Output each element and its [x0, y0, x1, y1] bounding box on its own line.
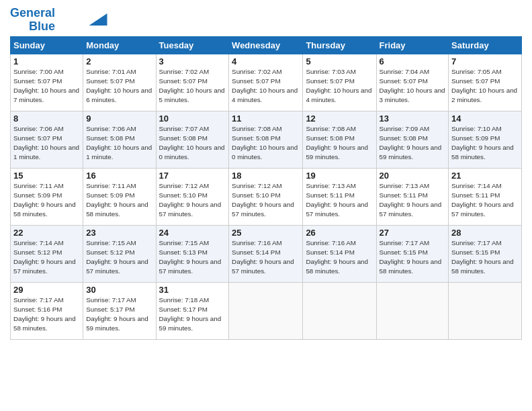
- header-saturday: Saturday: [449, 36, 522, 54]
- day-number: 23: [86, 228, 152, 238]
- calendar-table: SundayMondayTuesdayWednesdayThursdayFrid…: [10, 36, 522, 340]
- day-info: Sunrise: 7:13 AM Sunset: 5:11 PM Dayligh…: [306, 181, 373, 220]
- day-info: Sunrise: 7:11 AM Sunset: 5:09 PM Dayligh…: [13, 181, 80, 220]
- day-cell: 13 Sunrise: 7:09 AM Sunset: 5:08 PM Dayl…: [376, 111, 449, 168]
- header-sunday: Sunday: [11, 36, 83, 54]
- day-info: Sunrise: 7:17 AM Sunset: 5:15 PM Dayligh…: [451, 238, 519, 277]
- day-cell: 25 Sunrise: 7:16 AM Sunset: 5:14 PM Dayl…: [229, 225, 303, 282]
- day-number: 8: [13, 113, 80, 124]
- day-cell: 2 Sunrise: 7:01 AM Sunset: 5:07 PM Dayli…: [83, 54, 156, 111]
- logo-icon: [89, 13, 107, 26]
- day-number: 22: [13, 228, 80, 238]
- day-number: 11: [232, 113, 300, 124]
- day-info: Sunrise: 7:08 AM Sunset: 5:08 PM Dayligh…: [232, 124, 300, 163]
- day-number: 3: [159, 56, 226, 66]
- day-cell: [376, 282, 449, 339]
- day-cell: 16 Sunrise: 7:11 AM Sunset: 5:09 PM Dayl…: [83, 168, 156, 225]
- header-tuesday: Tuesday: [156, 36, 229, 54]
- day-number: 14: [451, 113, 519, 124]
- day-cell: [303, 282, 376, 339]
- day-cell: 14 Sunrise: 7:10 AM Sunset: 5:09 PM Dayl…: [449, 111, 522, 168]
- day-info: Sunrise: 7:02 AM Sunset: 5:07 PM Dayligh…: [232, 67, 300, 105]
- day-cell: 17 Sunrise: 7:12 AM Sunset: 5:10 PM Dayl…: [156, 168, 229, 225]
- svg-marker-0: [89, 13, 107, 26]
- day-number: 15: [13, 171, 80, 181]
- header-friday: Friday: [376, 36, 449, 54]
- day-cell: 12 Sunrise: 7:08 AM Sunset: 5:08 PM Dayl…: [303, 111, 376, 168]
- day-info: Sunrise: 7:17 AM Sunset: 5:17 PM Dayligh…: [86, 295, 152, 334]
- day-info: Sunrise: 7:18 AM Sunset: 5:17 PM Dayligh…: [159, 295, 226, 334]
- day-number: 7: [451, 56, 519, 66]
- day-cell: [229, 282, 303, 339]
- week-row-3: 15 Sunrise: 7:11 AM Sunset: 5:09 PM Dayl…: [11, 168, 522, 225]
- day-number: 28: [451, 228, 519, 238]
- day-cell: 27 Sunrise: 7:17 AM Sunset: 5:15 PM Dayl…: [376, 225, 449, 282]
- day-info: Sunrise: 7:13 AM Sunset: 5:11 PM Dayligh…: [380, 181, 446, 220]
- day-cell: 8 Sunrise: 7:06 AM Sunset: 5:07 PM Dayli…: [11, 111, 83, 168]
- page-header: General Blue: [10, 7, 522, 34]
- day-number: 19: [306, 171, 373, 181]
- day-number: 1: [13, 56, 80, 66]
- day-number: 24: [159, 228, 226, 238]
- day-info: Sunrise: 7:08 AM Sunset: 5:08 PM Dayligh…: [306, 124, 373, 163]
- day-info: Sunrise: 7:00 AM Sunset: 5:07 PM Dayligh…: [13, 67, 80, 105]
- day-cell: 24 Sunrise: 7:15 AM Sunset: 5:13 PM Dayl…: [156, 225, 229, 282]
- day-cell: 3 Sunrise: 7:02 AM Sunset: 5:07 PM Dayli…: [156, 54, 229, 111]
- calendar-header-row: SundayMondayTuesdayWednesdayThursdayFrid…: [11, 36, 522, 54]
- day-number: 13: [380, 113, 446, 124]
- day-number: 31: [159, 285, 226, 295]
- day-cell: 22 Sunrise: 7:14 AM Sunset: 5:12 PM Dayl…: [11, 225, 83, 282]
- day-number: 16: [86, 171, 152, 181]
- day-info: Sunrise: 7:06 AM Sunset: 5:07 PM Dayligh…: [13, 124, 80, 163]
- day-cell: 15 Sunrise: 7:11 AM Sunset: 5:09 PM Dayl…: [11, 168, 83, 225]
- day-info: Sunrise: 7:12 AM Sunset: 5:10 PM Dayligh…: [159, 181, 226, 220]
- day-number: 18: [232, 171, 300, 181]
- header-wednesday: Wednesday: [229, 36, 303, 54]
- day-number: 4: [232, 56, 300, 66]
- day-cell: 11 Sunrise: 7:08 AM Sunset: 5:08 PM Dayl…: [229, 111, 303, 168]
- day-cell: 29 Sunrise: 7:17 AM Sunset: 5:16 PM Dayl…: [11, 282, 83, 339]
- day-cell: 5 Sunrise: 7:03 AM Sunset: 5:07 PM Dayli…: [303, 54, 376, 111]
- day-info: Sunrise: 7:10 AM Sunset: 5:09 PM Dayligh…: [451, 124, 519, 163]
- day-info: Sunrise: 7:12 AM Sunset: 5:10 PM Dayligh…: [232, 181, 300, 220]
- day-info: Sunrise: 7:17 AM Sunset: 5:16 PM Dayligh…: [13, 295, 80, 334]
- day-info: Sunrise: 7:04 AM Sunset: 5:07 PM Dayligh…: [380, 67, 446, 105]
- day-number: 5: [306, 56, 373, 66]
- day-cell: 19 Sunrise: 7:13 AM Sunset: 5:11 PM Dayl…: [303, 168, 376, 225]
- logo: General Blue: [10, 7, 107, 34]
- day-info: Sunrise: 7:06 AM Sunset: 5:08 PM Dayligh…: [86, 124, 152, 163]
- day-info: Sunrise: 7:14 AM Sunset: 5:12 PM Dayligh…: [13, 238, 80, 277]
- day-number: 10: [159, 113, 226, 124]
- day-cell: 21 Sunrise: 7:14 AM Sunset: 5:11 PM Dayl…: [449, 168, 522, 225]
- week-row-2: 8 Sunrise: 7:06 AM Sunset: 5:07 PM Dayli…: [11, 111, 522, 168]
- week-row-1: 1 Sunrise: 7:00 AM Sunset: 5:07 PM Dayli…: [11, 54, 522, 111]
- day-info: Sunrise: 7:15 AM Sunset: 5:13 PM Dayligh…: [159, 238, 226, 277]
- day-number: 27: [380, 228, 446, 238]
- day-cell: 4 Sunrise: 7:02 AM Sunset: 5:07 PM Dayli…: [229, 54, 303, 111]
- day-number: 30: [86, 285, 152, 295]
- day-cell: 31 Sunrise: 7:18 AM Sunset: 5:17 PM Dayl…: [156, 282, 229, 339]
- day-info: Sunrise: 7:05 AM Sunset: 5:07 PM Dayligh…: [451, 67, 519, 105]
- day-cell: 10 Sunrise: 7:07 AM Sunset: 5:08 PM Dayl…: [156, 111, 229, 168]
- day-info: Sunrise: 7:17 AM Sunset: 5:15 PM Dayligh…: [380, 238, 446, 277]
- header-thursday: Thursday: [303, 36, 376, 54]
- day-info: Sunrise: 7:01 AM Sunset: 5:07 PM Dayligh…: [86, 67, 152, 105]
- day-cell: 9 Sunrise: 7:06 AM Sunset: 5:08 PM Dayli…: [83, 111, 156, 168]
- day-cell: 28 Sunrise: 7:17 AM Sunset: 5:15 PM Dayl…: [449, 225, 522, 282]
- day-info: Sunrise: 7:16 AM Sunset: 5:14 PM Dayligh…: [306, 238, 373, 277]
- day-cell: 23 Sunrise: 7:15 AM Sunset: 5:12 PM Dayl…: [83, 225, 156, 282]
- day-info: Sunrise: 7:07 AM Sunset: 5:08 PM Dayligh…: [159, 124, 226, 163]
- day-info: Sunrise: 7:02 AM Sunset: 5:07 PM Dayligh…: [159, 67, 226, 105]
- calendar-page: General Blue SundayMondayTuesdayWednesda…: [0, 0, 532, 411]
- day-cell: 30 Sunrise: 7:17 AM Sunset: 5:17 PM Dayl…: [83, 282, 156, 339]
- day-cell: 6 Sunrise: 7:04 AM Sunset: 5:07 PM Dayli…: [376, 54, 449, 111]
- day-number: 25: [232, 228, 300, 238]
- day-number: 12: [306, 113, 373, 124]
- day-info: Sunrise: 7:15 AM Sunset: 5:12 PM Dayligh…: [86, 238, 152, 277]
- week-row-5: 29 Sunrise: 7:17 AM Sunset: 5:16 PM Dayl…: [11, 282, 522, 339]
- day-info: Sunrise: 7:09 AM Sunset: 5:08 PM Dayligh…: [380, 124, 446, 163]
- logo-text-general: General: [10, 7, 55, 20]
- day-info: Sunrise: 7:03 AM Sunset: 5:07 PM Dayligh…: [306, 67, 373, 105]
- day-info: Sunrise: 7:11 AM Sunset: 5:09 PM Dayligh…: [86, 181, 152, 220]
- day-cell: 20 Sunrise: 7:13 AM Sunset: 5:11 PM Dayl…: [376, 168, 449, 225]
